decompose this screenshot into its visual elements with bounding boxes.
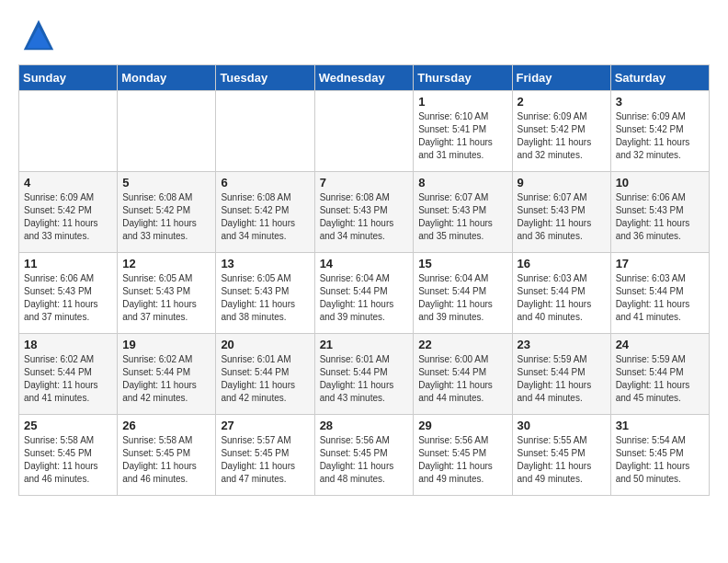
day-number: 16 (518, 257, 606, 270)
day-info: Sunrise: 6:05 AM Sunset: 5:43 PM Dayligh… (122, 272, 210, 324)
page-header (18, 18, 710, 55)
calendar-cell: 7Sunrise: 6:08 AM Sunset: 5:43 PM Daylig… (314, 172, 414, 253)
day-info: Sunrise: 6:08 AM Sunset: 5:43 PM Dayligh… (320, 191, 409, 243)
day-info: Sunrise: 6:10 AM Sunset: 5:41 PM Dayligh… (418, 110, 506, 162)
calendar-cell (19, 91, 118, 172)
day-number: 20 (221, 338, 309, 351)
day-header-wednesday: Wednesday (314, 65, 414, 91)
day-info: Sunrise: 6:02 AM Sunset: 5:44 PM Dayligh… (24, 353, 112, 405)
day-info: Sunrise: 6:02 AM Sunset: 5:44 PM Dayligh… (122, 353, 210, 405)
day-number: 13 (221, 257, 309, 270)
day-info: Sunrise: 5:54 AM Sunset: 5:45 PM Dayligh… (616, 434, 704, 486)
calendar-cell: 29Sunrise: 5:56 AM Sunset: 5:45 PM Dayli… (414, 415, 512, 496)
calendar-cell: 1Sunrise: 6:10 AM Sunset: 5:41 PM Daylig… (414, 91, 512, 172)
day-info: Sunrise: 5:58 AM Sunset: 5:45 PM Dayligh… (24, 434, 112, 486)
calendar-cell: 9Sunrise: 6:07 AM Sunset: 5:43 PM Daylig… (512, 172, 610, 253)
day-number: 18 (24, 338, 112, 351)
calendar-cell (216, 91, 314, 172)
calendar-cell: 24Sunrise: 5:59 AM Sunset: 5:44 PM Dayli… (610, 334, 709, 415)
calendar-cell: 8Sunrise: 6:07 AM Sunset: 5:43 PM Daylig… (414, 172, 512, 253)
day-number: 15 (418, 257, 506, 270)
day-info: Sunrise: 6:09 AM Sunset: 5:42 PM Dayligh… (518, 110, 606, 162)
day-info: Sunrise: 5:59 AM Sunset: 5:44 PM Dayligh… (616, 353, 704, 405)
day-number: 24 (616, 338, 704, 351)
day-number: 12 (122, 257, 210, 270)
calendar-cell: 3Sunrise: 6:09 AM Sunset: 5:42 PM Daylig… (610, 91, 709, 172)
calendar-cell: 20Sunrise: 6:01 AM Sunset: 5:44 PM Dayli… (216, 334, 314, 415)
calendar-cell: 18Sunrise: 6:02 AM Sunset: 5:44 PM Dayli… (19, 334, 118, 415)
day-info: Sunrise: 6:01 AM Sunset: 5:44 PM Dayligh… (320, 353, 409, 405)
day-number: 2 (518, 95, 606, 109)
calendar-cell: 6Sunrise: 6:08 AM Sunset: 5:42 PM Daylig… (216, 172, 314, 253)
day-header-monday: Monday (118, 65, 216, 91)
day-info: Sunrise: 6:07 AM Sunset: 5:43 PM Dayligh… (418, 191, 506, 243)
logo (18, 18, 55, 55)
calendar-cell: 25Sunrise: 5:58 AM Sunset: 5:45 PM Dayli… (19, 415, 118, 496)
day-header-friday: Friday (512, 65, 610, 91)
calendar-cell: 26Sunrise: 5:58 AM Sunset: 5:45 PM Dayli… (118, 415, 216, 496)
calendar-cell: 16Sunrise: 6:03 AM Sunset: 5:44 PM Dayli… (512, 253, 610, 334)
day-number: 3 (616, 95, 704, 109)
day-number: 30 (518, 419, 606, 432)
calendar-week-2: 4Sunrise: 6:09 AM Sunset: 5:42 PM Daylig… (19, 172, 710, 253)
day-number: 31 (616, 419, 704, 432)
day-number: 10 (616, 176, 704, 190)
day-info: Sunrise: 6:08 AM Sunset: 5:42 PM Dayligh… (122, 191, 210, 243)
day-number: 9 (518, 176, 606, 190)
day-number: 22 (418, 338, 506, 351)
day-info: Sunrise: 6:04 AM Sunset: 5:44 PM Dayligh… (320, 272, 409, 324)
day-number: 27 (221, 419, 309, 432)
calendar-week-1: 1Sunrise: 6:10 AM Sunset: 5:41 PM Daylig… (19, 91, 710, 172)
day-number: 29 (418, 419, 506, 432)
calendar-cell: 23Sunrise: 5:59 AM Sunset: 5:44 PM Dayli… (512, 334, 610, 415)
day-info: Sunrise: 6:00 AM Sunset: 5:44 PM Dayligh… (418, 353, 506, 405)
day-header-sunday: Sunday (19, 65, 118, 91)
day-number: 14 (320, 257, 409, 270)
day-info: Sunrise: 6:05 AM Sunset: 5:43 PM Dayligh… (221, 272, 309, 324)
calendar-cell: 31Sunrise: 5:54 AM Sunset: 5:45 PM Dayli… (610, 415, 709, 496)
day-info: Sunrise: 5:56 AM Sunset: 5:45 PM Dayligh… (320, 434, 409, 486)
calendar-cell: 15Sunrise: 6:04 AM Sunset: 5:44 PM Dayli… (414, 253, 512, 334)
day-info: Sunrise: 6:07 AM Sunset: 5:43 PM Dayligh… (518, 191, 606, 243)
calendar-week-3: 11Sunrise: 6:06 AM Sunset: 5:43 PM Dayli… (19, 253, 710, 334)
day-info: Sunrise: 6:03 AM Sunset: 5:44 PM Dayligh… (518, 272, 606, 324)
calendar-cell: 19Sunrise: 6:02 AM Sunset: 5:44 PM Dayli… (118, 334, 216, 415)
day-number: 26 (122, 419, 210, 432)
calendar-week-5: 25Sunrise: 5:58 AM Sunset: 5:45 PM Dayli… (19, 415, 710, 496)
day-number: 23 (518, 338, 606, 351)
calendar-cell: 28Sunrise: 5:56 AM Sunset: 5:45 PM Dayli… (314, 415, 414, 496)
calendar-cell: 10Sunrise: 6:06 AM Sunset: 5:43 PM Dayli… (610, 172, 709, 253)
calendar-cell: 2Sunrise: 6:09 AM Sunset: 5:42 PM Daylig… (512, 91, 610, 172)
day-header-thursday: Thursday (414, 65, 512, 91)
calendar-table: SundayMondayTuesdayWednesdayThursdayFrid… (18, 64, 710, 496)
day-number: 21 (320, 338, 409, 351)
calendar-cell: 11Sunrise: 6:06 AM Sunset: 5:43 PM Dayli… (19, 253, 118, 334)
calendar-cell: 14Sunrise: 6:04 AM Sunset: 5:44 PM Dayli… (314, 253, 414, 334)
day-number: 5 (122, 176, 210, 190)
day-info: Sunrise: 6:09 AM Sunset: 5:42 PM Dayligh… (616, 110, 704, 162)
day-header-saturday: Saturday (610, 65, 709, 91)
calendar-week-4: 18Sunrise: 6:02 AM Sunset: 5:44 PM Dayli… (19, 334, 710, 415)
day-number: 1 (418, 95, 506, 109)
calendar-cell: 27Sunrise: 5:57 AM Sunset: 5:45 PM Dayli… (216, 415, 314, 496)
day-number: 7 (320, 176, 409, 190)
day-number: 25 (24, 419, 112, 432)
calendar-cell: 5Sunrise: 6:08 AM Sunset: 5:42 PM Daylig… (118, 172, 216, 253)
day-info: Sunrise: 6:01 AM Sunset: 5:44 PM Dayligh… (221, 353, 309, 405)
day-info: Sunrise: 6:06 AM Sunset: 5:43 PM Dayligh… (616, 191, 704, 243)
calendar-header-row: SundayMondayTuesdayWednesdayThursdayFrid… (19, 65, 710, 91)
calendar-cell: 17Sunrise: 6:03 AM Sunset: 5:44 PM Dayli… (610, 253, 709, 334)
calendar-cell (314, 91, 414, 172)
day-info: Sunrise: 6:03 AM Sunset: 5:44 PM Dayligh… (616, 272, 704, 324)
calendar-cell: 12Sunrise: 6:05 AM Sunset: 5:43 PM Dayli… (118, 253, 216, 334)
calendar-cell: 22Sunrise: 6:00 AM Sunset: 5:44 PM Dayli… (414, 334, 512, 415)
day-info: Sunrise: 6:08 AM Sunset: 5:42 PM Dayligh… (221, 191, 309, 243)
day-info: Sunrise: 5:58 AM Sunset: 5:45 PM Dayligh… (122, 434, 210, 486)
day-header-tuesday: Tuesday (216, 65, 314, 91)
calendar-cell: 4Sunrise: 6:09 AM Sunset: 5:42 PM Daylig… (19, 172, 118, 253)
day-number: 8 (418, 176, 506, 190)
day-number: 4 (24, 176, 112, 190)
day-info: Sunrise: 6:06 AM Sunset: 5:43 PM Dayligh… (24, 272, 112, 324)
day-info: Sunrise: 5:59 AM Sunset: 5:44 PM Dayligh… (518, 353, 606, 405)
day-info: Sunrise: 5:56 AM Sunset: 5:45 PM Dayligh… (418, 434, 506, 486)
